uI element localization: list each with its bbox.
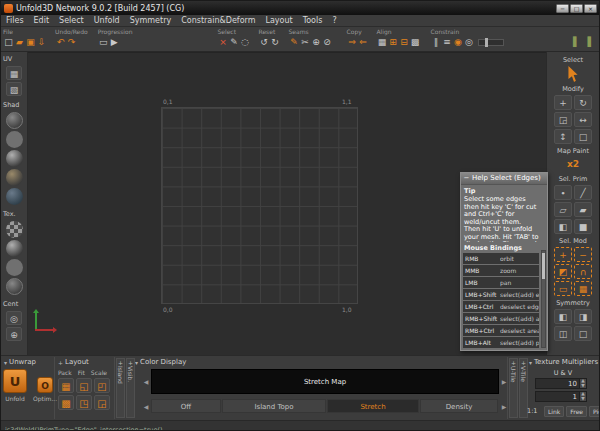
seam-brush-icon[interactable]: ✎	[289, 36, 300, 49]
select-polygon-icon[interactable]: ▱	[554, 202, 572, 217]
pic-button[interactable]: Pic	[589, 406, 600, 417]
save-icon[interactable]: ▣	[25, 36, 36, 49]
redo-icon[interactable]: ↷	[66, 36, 77, 49]
close-button[interactable]: ×	[584, 4, 597, 13]
menu-select[interactable]: Select	[54, 15, 89, 27]
menu-edit[interactable]: Edit	[29, 15, 55, 27]
stepper-down-icon[interactable]: ▼	[580, 384, 586, 389]
expand-icon[interactable]: +	[118, 359, 123, 366]
fit-icon[interactable]: ◱	[76, 378, 92, 393]
expand-icon[interactable]: +	[511, 359, 516, 366]
select-edge-icon[interactable]: ╱	[574, 185, 592, 200]
menu-symmetry[interactable]: Symmetry	[125, 15, 176, 27]
mode-button-island-topo[interactable]: Island Topo	[222, 399, 326, 413]
cut-selected-edges-icon[interactable]: ×	[218, 36, 229, 49]
pack-icon[interactable]: ▦	[58, 378, 74, 393]
slider-thumb[interactable]	[485, 38, 488, 47]
undo-icon[interactable]: ↶	[55, 36, 66, 49]
binding-row[interactable]: LMB+Shiftselect(add) edges	[463, 289, 539, 300]
scale-uv-icon[interactable]: □	[574, 129, 592, 144]
binding-row[interactable]: MMBzoom	[463, 265, 539, 276]
unwrap-panel-header[interactable]: ▾ Unwrap	[4, 358, 36, 367]
menu-tools[interactable]: Tools	[298, 15, 328, 27]
fit-selected-icon[interactable]: ◳	[76, 395, 92, 410]
intersect-mode-icon[interactable]: ∩	[574, 264, 592, 279]
binding-row[interactable]: LMB+Ctrldeselect edges	[463, 301, 539, 312]
maximize-button[interactable]: □	[570, 4, 583, 13]
select-island-icon[interactable]: ▰	[574, 202, 592, 217]
scale-icon[interactable]: ◲	[554, 112, 572, 127]
align-vertical-icon[interactable]: ⊟	[399, 36, 410, 49]
collapsed-panel-u-tile[interactable]: +U-Tile	[509, 358, 518, 418]
scale-u-icon[interactable]: ◰	[94, 378, 110, 393]
progression-play-icon[interactable]: ▶	[109, 36, 120, 49]
modes-scroll-left-icon[interactable]: ◀	[142, 403, 150, 411]
stretch-map-scroll-left-icon[interactable]: ◀	[142, 378, 150, 386]
optimize-button[interactable]: O	[37, 377, 53, 393]
move-icon[interactable]: +	[554, 95, 572, 110]
import-mesh-icon[interactable]: ⇩	[36, 36, 47, 49]
minimize-button[interactable]: ─	[556, 4, 569, 13]
select-shell-icon[interactable]: ◧	[554, 219, 572, 234]
collapsed-panel-visib[interactable]: +Visib.	[126, 358, 135, 418]
select-all-icon[interactable]: ■	[574, 219, 592, 234]
align-grid-icon[interactable]: ▦	[377, 36, 388, 49]
color-texture-sphere-icon[interactable]	[6, 259, 23, 276]
free-button[interactable]: Free	[566, 406, 587, 417]
collapse-icon[interactable]: −	[463, 173, 470, 184]
constrain-strength-slider[interactable]	[478, 39, 504, 46]
wireframe-sphere-icon[interactable]	[6, 112, 23, 129]
open-folder-icon[interactable]: ▰	[14, 36, 25, 49]
seam-clear-icon[interactable]: ⊘	[322, 36, 333, 49]
translate-uv-icon[interactable]: ↔	[574, 112, 592, 127]
collapsed-panel-island[interactable]: +Island	[116, 358, 125, 418]
map-paint-x2-icon[interactable]: x2	[564, 157, 582, 172]
v-multiplier-field[interactable]: 1▲▼	[535, 391, 587, 402]
mode-button-off[interactable]: Off	[151, 399, 221, 413]
reset-uvs-icon[interactable]: ↺	[259, 36, 270, 49]
binding-row[interactable]: LMBpan	[463, 277, 539, 288]
mode-button-stretch[interactable]: Stretch	[327, 399, 419, 413]
lasso-select-icon[interactable]: ◌	[240, 36, 251, 49]
unpin-icon[interactable]: ◎	[464, 36, 475, 49]
constrain-vertical-icon[interactable]: ≡	[442, 36, 453, 49]
center-view-icon[interactable]: ◎	[6, 311, 22, 325]
collapse-icon[interactable]: ▾	[4, 358, 7, 367]
u-multiplier-field[interactable]: 10▲▼	[535, 378, 587, 389]
align-horizontal-icon[interactable]: ⊞	[388, 36, 399, 49]
select-vertex-icon[interactable]: ∙	[554, 185, 572, 200]
binding-row[interactable]: RMB+Ctrldeselect area	[463, 325, 539, 336]
collapse-icon[interactable]: ▾	[135, 358, 138, 367]
unfold-button[interactable]: U	[3, 369, 27, 393]
symmetry-y-icon[interactable]: ◨	[574, 309, 592, 324]
uv-grid-view-icon[interactable]: ▦	[6, 66, 22, 80]
expand-icon[interactable]: +	[58, 358, 63, 367]
no-texture-sphere-icon[interactable]	[6, 278, 23, 295]
seam-cut-icon[interactable]: ✂	[300, 36, 311, 49]
viewport-split-icon[interactable]: ▌	[571, 36, 582, 49]
new-file-icon[interactable]: □	[3, 36, 14, 49]
symmetry-off-icon[interactable]: □	[574, 326, 592, 341]
viewport-single-icon[interactable]: ▐	[582, 36, 593, 49]
reset-selection-icon[interactable]: ↻	[270, 36, 281, 49]
menu-constrain-deform[interactable]: Constrain&Deform	[176, 15, 260, 27]
menu-layout[interactable]: Layout	[260, 15, 297, 27]
expand-icon[interactable]: +	[521, 359, 526, 366]
titlebar[interactable]: Unfold3D Network 9.0.2 [Build 2457] (CG)…	[1, 1, 599, 15]
binding-row[interactable]: RMBorbit	[463, 253, 539, 264]
snap-icon[interactable]: ▩	[410, 36, 421, 49]
symmetry-x-icon[interactable]: ◧	[554, 309, 572, 324]
symmetry-local-icon[interactable]: ◫	[554, 326, 572, 341]
textured-sphere-icon[interactable]	[6, 169, 23, 186]
subtract-mode-icon[interactable]: −	[574, 247, 592, 262]
menu-[interactable]: ?	[327, 15, 341, 27]
fill-mode-icon[interactable]: ▦	[574, 281, 592, 296]
help-panel-titlebar[interactable]: − Help Select (Edges)	[461, 173, 547, 185]
constrain-horizontal-icon[interactable]: ∥	[431, 36, 442, 49]
copy-uvs-icon[interactable]: ⇒	[347, 36, 358, 49]
expand-icon[interactable]: +	[128, 359, 133, 366]
link-button[interactable]: Link	[544, 406, 564, 417]
pack-selected-icon[interactable]: ▩	[58, 395, 74, 410]
rotate-icon[interactable]: ↻	[574, 95, 592, 110]
rotate-uv-icon[interactable]: ↕	[554, 129, 572, 144]
